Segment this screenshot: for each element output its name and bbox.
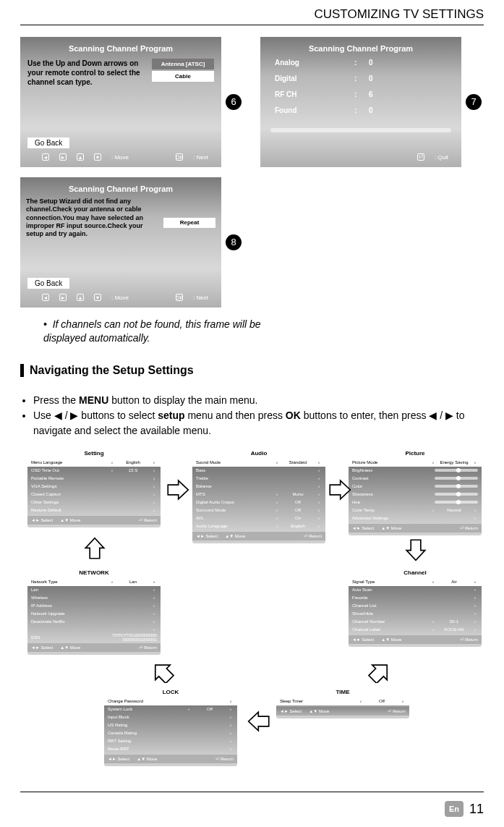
menu-setting: SettingMenu Language‹English›OSD Time Ou… (27, 449, 161, 527)
svg-marker-3 (406, 540, 425, 560)
screenshot-6: Scanning Channel Program Use the Up and … (20, 37, 221, 167)
svg-marker-0 (168, 480, 188, 499)
instruction-list: Press the MENU button to display the mai… (33, 393, 484, 438)
screenshot-7: Scanning Channel Program Analog:0Digital… (260, 37, 461, 167)
callout-8: 8 (226, 234, 242, 250)
note-text: • If channels can not be found, this fra… (43, 318, 275, 345)
svg-marker-5 (367, 658, 392, 683)
menu-picture: PicturePicture Mode‹Energy Saving›Bright… (349, 449, 482, 535)
callout-6: 6 (226, 94, 242, 110)
menu-network: NETWORKNetwork Type‹Lan›Lan›Wireless›IP … (27, 568, 161, 655)
menu-time: TIMESleep Timer‹Off›◄► Select▲▼ Move⏎ Re… (276, 687, 409, 718)
navigation-diagram: SettingMenu Language‹English›OSD Time Ou… (20, 449, 483, 774)
svg-marker-1 (330, 480, 350, 499)
section-heading: Navigating the Setup Settings (20, 364, 484, 377)
callout-7: 7 (466, 94, 482, 110)
page-header: CUSTOMIZING TV SETTINGS (20, 0, 484, 25)
menu-audio: AudioSound Mode‹Standard›Bass›Treble›Bal… (192, 449, 325, 543)
menu-lock: LOCKChange Password›System Lock‹Off›Inpu… (104, 687, 237, 766)
svg-marker-4 (150, 658, 175, 683)
svg-marker-2 (85, 538, 104, 558)
svg-marker-6 (249, 712, 269, 731)
page-number: En 11 (445, 801, 484, 817)
screenshot-8: Scanning Channel Program The Setup Wizar… (20, 177, 221, 308)
menu-channel: ChannelSignal Type‹Air›Auto Scan›Favorit… (349, 568, 482, 647)
